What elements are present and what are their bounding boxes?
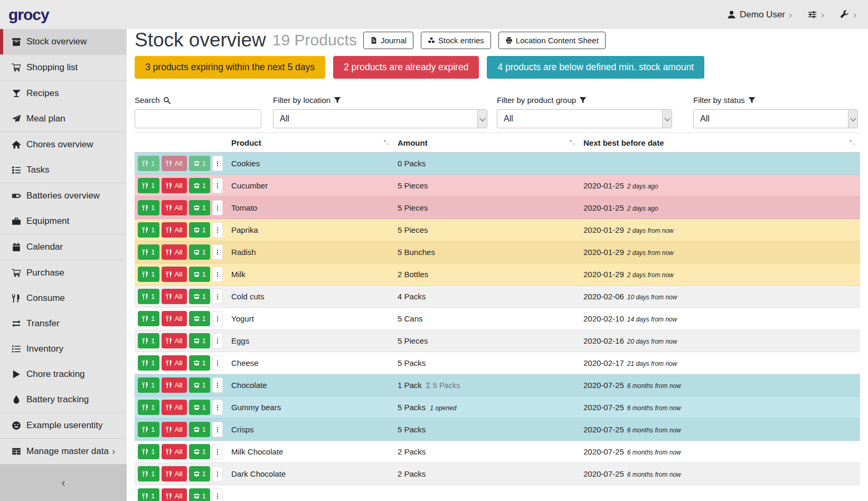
- consume-one-button[interactable]: 1: [138, 422, 159, 437]
- consume-all-button[interactable]: All: [162, 355, 187, 371]
- product-column-header[interactable]: Product: [231, 138, 398, 147]
- sidebar-item-meal-plan[interactable]: Meal plan: [0, 106, 127, 131]
- sidebar-collapse-button[interactable]: ‹: [0, 465, 127, 501]
- open-one-button[interactable]: 1: [189, 488, 211, 501]
- row-menu-button[interactable]: [212, 488, 223, 501]
- sidebar-item-stock-overview[interactable]: Stock overview: [0, 29, 127, 54]
- below-min-stock-banner[interactable]: 4 products are below defined min. stock …: [487, 56, 704, 79]
- sidebar-item-recipes[interactable]: Recipes: [0, 81, 127, 106]
- open-one-button[interactable]: 1: [189, 289, 211, 304]
- row-menu-button[interactable]: [212, 178, 223, 193]
- open-one-button[interactable]: 1: [189, 200, 211, 215]
- row-menu-button[interactable]: [212, 377, 223, 393]
- sidebar-item-battery-tracking[interactable]: Battery tracking: [0, 387, 127, 412]
- consume-one-button[interactable]: 1: [138, 200, 159, 215]
- consume-all-button[interactable]: All: [162, 178, 187, 193]
- open-one-button[interactable]: 1: [189, 377, 211, 393]
- status-select[interactable]: All: [693, 109, 858, 128]
- admin-menu[interactable]: ›: [840, 10, 856, 20]
- open-one-button[interactable]: 1: [189, 156, 211, 171]
- consume-one-button[interactable]: 1: [138, 244, 159, 260]
- consume-one-button[interactable]: 1: [138, 178, 159, 193]
- consume-one-button[interactable]: 1: [138, 444, 159, 459]
- consume-all-button[interactable]: All: [162, 488, 187, 501]
- consume-all-button[interactable]: All: [162, 267, 187, 282]
- row-menu-button[interactable]: [212, 400, 223, 415]
- sort-icon[interactable]: [569, 139, 576, 146]
- consume-all-button[interactable]: All: [162, 400, 187, 415]
- row-menu-button[interactable]: [212, 333, 223, 348]
- expired-banner[interactable]: 2 products are already expired: [333, 56, 479, 79]
- row-menu-button[interactable]: [212, 156, 223, 171]
- row-menu-button[interactable]: [212, 200, 223, 215]
- consume-all-button[interactable]: All: [162, 333, 187, 348]
- app-logo[interactable]: grocy: [8, 6, 49, 24]
- row-menu-button[interactable]: [212, 311, 223, 326]
- consume-one-button[interactable]: 1: [138, 333, 159, 348]
- consume-one-button[interactable]: 1: [138, 267, 159, 282]
- consume-all-button[interactable]: All: [162, 289, 187, 304]
- product-group-select[interactable]: All: [497, 109, 672, 128]
- consume-one-button[interactable]: 1: [138, 466, 159, 481]
- open-one-button[interactable]: 1: [189, 267, 211, 282]
- sidebar-item-example-userentity[interactable]: Example userentity: [0, 413, 127, 438]
- search-input[interactable]: [135, 109, 261, 128]
- sidebar-item-purchase[interactable]: Purchase: [0, 260, 127, 286]
- consume-one-button[interactable]: 1: [138, 355, 159, 371]
- user-menu[interactable]: Demo User ›: [727, 10, 792, 20]
- sidebar-item-calendar[interactable]: Calendar: [0, 234, 127, 260]
- open-one-button[interactable]: 1: [189, 422, 211, 437]
- consume-all-button[interactable]: All: [162, 377, 187, 393]
- open-one-button[interactable]: 1: [189, 466, 211, 481]
- amount-column-header[interactable]: Amount: [398, 138, 583, 147]
- row-menu-button[interactable]: [212, 355, 223, 371]
- sidebar-item-chores-overview[interactable]: Chores overview: [0, 132, 127, 157]
- open-one-button[interactable]: 1: [189, 400, 211, 415]
- stock-entries-button[interactable]: Stock entries: [421, 32, 491, 49]
- consume-one-button[interactable]: 1: [138, 222, 159, 238]
- open-one-button[interactable]: 1: [189, 444, 211, 459]
- consume-one-button[interactable]: 1: [138, 289, 159, 304]
- open-one-button[interactable]: 1: [189, 333, 211, 348]
- row-menu-button[interactable]: [212, 222, 223, 238]
- location-content-sheet-button[interactable]: Location Content Sheet: [498, 32, 606, 49]
- consume-all-button[interactable]: All: [162, 311, 187, 326]
- sidebar-item-manage-master-data[interactable]: Manage master data ›: [0, 439, 127, 464]
- sidebar-item-transfer[interactable]: Transfer: [0, 311, 127, 336]
- row-menu-button[interactable]: [212, 466, 223, 481]
- row-menu-button[interactable]: [212, 444, 223, 459]
- sidebar-item-shopping-list[interactable]: Shopping list: [0, 55, 127, 80]
- sidebar-item-equipment[interactable]: Equipment: [0, 209, 127, 234]
- consume-all-button[interactable]: All: [162, 156, 187, 171]
- row-menu-button[interactable]: [212, 289, 223, 304]
- sidebar-item-consume[interactable]: Consume: [0, 286, 127, 311]
- expiring-soon-banner[interactable]: 3 products expiring within the next 5 da…: [135, 56, 325, 79]
- open-one-button[interactable]: 1: [189, 178, 211, 193]
- sidebar-item-batteries-overview[interactable]: Batteries overview: [0, 183, 127, 209]
- location-select[interactable]: All: [273, 109, 487, 128]
- open-one-button[interactable]: 1: [189, 244, 211, 260]
- open-one-button[interactable]: 1: [189, 311, 211, 326]
- row-menu-button[interactable]: [212, 422, 223, 437]
- consume-all-button[interactable]: All: [162, 222, 187, 238]
- consume-all-button[interactable]: All: [162, 444, 187, 459]
- open-one-button[interactable]: 1: [189, 355, 211, 371]
- consume-all-button[interactable]: All: [162, 244, 187, 260]
- sidebar-item-tasks[interactable]: Tasks: [0, 157, 127, 183]
- date-column-header[interactable]: Next best before date: [583, 138, 860, 147]
- row-menu-button[interactable]: [212, 267, 223, 282]
- consume-one-button[interactable]: 1: [138, 488, 159, 501]
- sort-icon[interactable]: [848, 139, 856, 146]
- sidebar-item-inventory[interactable]: Inventory: [0, 336, 127, 362]
- consume-all-button[interactable]: All: [162, 466, 187, 481]
- sidebar-item-chore-tracking[interactable]: Chore tracking: [0, 362, 127, 387]
- consume-all-button[interactable]: All: [162, 422, 187, 437]
- consume-all-button[interactable]: All: [162, 200, 187, 215]
- open-one-button[interactable]: 1: [189, 222, 211, 238]
- row-menu-button[interactable]: [212, 244, 223, 260]
- settings-menu[interactable]: ›: [808, 10, 824, 20]
- consume-one-button[interactable]: 1: [138, 156, 159, 171]
- consume-one-button[interactable]: 1: [138, 400, 159, 415]
- consume-one-button[interactable]: 1: [138, 311, 159, 326]
- journal-button[interactable]: Journal: [363, 32, 413, 49]
